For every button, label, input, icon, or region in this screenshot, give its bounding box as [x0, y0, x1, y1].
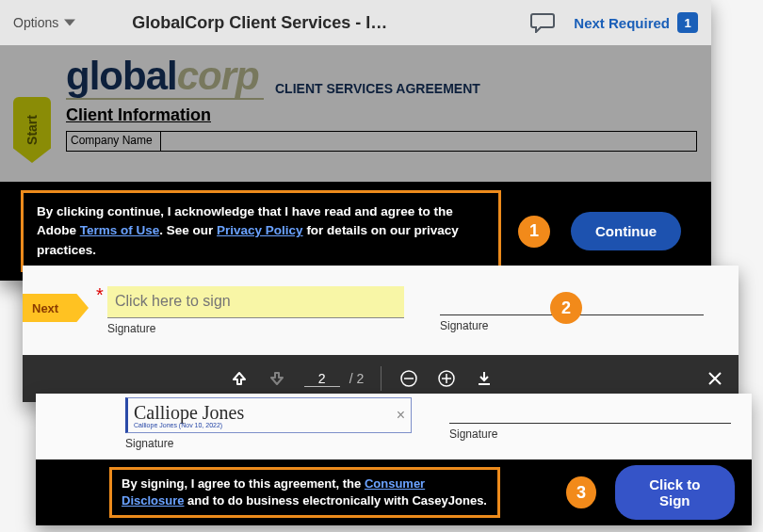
required-asterisk: *	[96, 284, 104, 306]
panel-click-to-sign: Calliope Jones Calliope Jones (Nov 10, 2…	[36, 394, 752, 525]
globalcorp-logo: globalcorp	[66, 56, 264, 96]
section-client-info: Client Information	[66, 105, 711, 125]
signature-handwriting: Calliope Jones	[134, 403, 405, 422]
callout-1: 1	[518, 216, 550, 248]
document-top-bar: Options GlobalCorp Client Services - I… …	[0, 0, 711, 45]
zoom-out-icon[interactable]	[398, 368, 419, 389]
signature-label-right-3: Signature	[449, 427, 731, 441]
options-menu[interactable]: Options	[13, 15, 75, 30]
comment-icon[interactable]	[528, 8, 557, 37]
close-icon[interactable]	[705, 368, 725, 389]
panel-sign-here: Next * Signature Signature 2 / 2	[23, 266, 739, 402]
signature-input[interactable]	[107, 286, 404, 318]
signed-block: Calliope Jones Calliope Jones (Nov 10, 2…	[125, 397, 412, 450]
callout-3: 3	[566, 476, 595, 508]
sign-consent-text: By signing, I agree to this agreement, t…	[109, 467, 500, 518]
counter-signature-line	[449, 397, 731, 424]
continue-button[interactable]: Continue	[571, 212, 681, 250]
clear-signature-icon[interactable]: ×	[397, 407, 405, 424]
download-icon[interactable]	[474, 368, 495, 389]
toolbar-divider	[381, 366, 382, 391]
signature-meta: Calliope Jones (Nov 10, 2022)	[134, 422, 405, 428]
signed-area: Calliope Jones Calliope Jones (Nov 10, 2…	[36, 394, 752, 459]
agreement-title: CLIENT SERVICES AGREEMENT	[275, 81, 480, 96]
counter-signature-block: Signature	[449, 397, 731, 441]
page-down-icon[interactable]	[267, 368, 287, 389]
consent-text-box: By clicking continue, I acknowledge that…	[21, 190, 501, 272]
terms-of-use-link[interactable]: Terms of Use	[80, 223, 160, 237]
next-required-button[interactable]: Next Required 1	[574, 12, 698, 33]
chevron-down-icon	[64, 17, 75, 28]
document-preview: Start globalcorp CLIENT SERVICES AGREEME…	[0, 45, 711, 182]
privacy-policy-link[interactable]: Privacy Policy	[217, 223, 303, 237]
logo-row: globalcorp CLIENT SERVICES AGREEMENT	[66, 45, 711, 100]
signature-label-left-3: Signature	[125, 437, 412, 450]
page-up-icon[interactable]	[229, 368, 250, 389]
panel-continue-consent: Options GlobalCorp Client Services - I… …	[0, 0, 711, 281]
zoom-in-icon[interactable]	[436, 368, 457, 389]
logo-underline	[66, 98, 264, 100]
company-name-field[interactable]	[161, 132, 696, 151]
page-total: / 2	[349, 371, 365, 386]
next-required-count: 1	[677, 12, 698, 33]
document-title: GlobalCorp Client Services - I…	[132, 13, 387, 33]
page-number-input[interactable]	[304, 371, 340, 387]
start-tag-label: Start	[24, 115, 40, 145]
signature-block-left: * Signature	[107, 286, 404, 335]
signature-label-left: Signature	[107, 322, 404, 335]
company-name-row: Company Name	[66, 131, 697, 152]
sign-consent-bar: By signing, I agree to this agreement, t…	[36, 459, 752, 525]
options-label: Options	[13, 15, 58, 30]
company-name-label: Company Name	[67, 132, 161, 151]
signature-area: Next * Signature Signature 2	[23, 266, 739, 355]
click-to-sign-button[interactable]: Click to Sign	[615, 465, 735, 520]
next-tag[interactable]: Next	[23, 294, 89, 322]
signed-signature-box[interactable]: Calliope Jones Calliope Jones (Nov 10, 2…	[125, 397, 412, 433]
next-required-label: Next Required	[574, 15, 670, 31]
callout-2: 2	[550, 292, 582, 324]
start-tag[interactable]: Start	[13, 97, 51, 163]
page-indicator: / 2	[304, 371, 365, 387]
